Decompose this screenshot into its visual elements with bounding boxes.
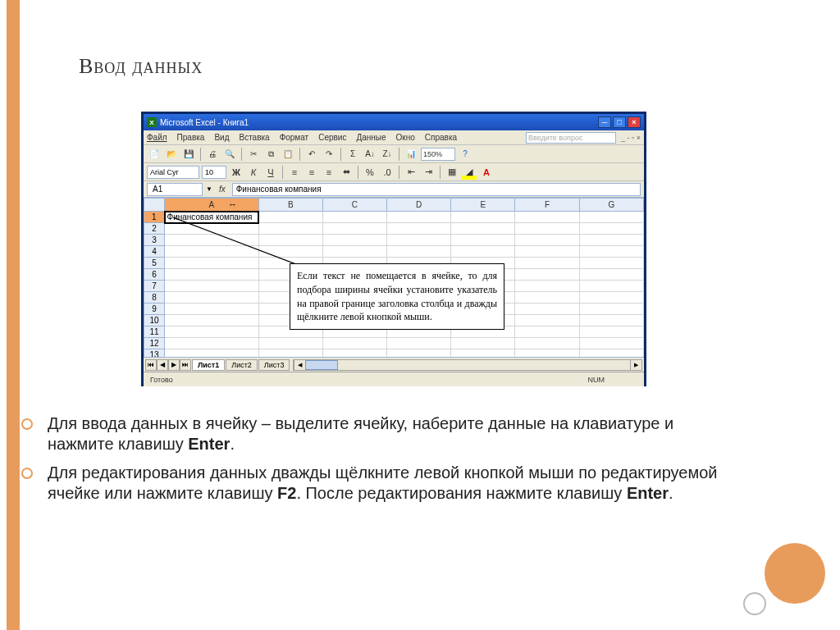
redo-icon[interactable]: ↷ [322,147,336,162]
slide-decoration-circle [765,543,825,604]
help-search-input[interactable]: Введите вопрос [526,132,616,144]
merge-icon[interactable]: ⬌ [339,165,354,180]
open-icon[interactable]: 📂 [164,147,179,162]
formula-bar: A1 ▼ fx Финансовая компания [144,181,644,198]
row-header-2[interactable]: 2 [144,223,165,235]
sheet-tab-1[interactable]: Лист1 [192,359,225,371]
italic-button[interactable]: К [246,165,261,180]
col-header-c[interactable]: C [322,199,386,212]
menu-edit[interactable]: Правка [177,133,205,142]
excel-icon: X [147,117,157,127]
autosum-icon[interactable]: Σ [345,147,360,162]
close-button[interactable]: × [628,116,641,128]
col-header-a[interactable]: A [165,199,259,212]
tab-last-icon[interactable]: ⏭ [180,359,191,371]
bullet-item-2: Для редактирования данных дважды щёлкнит… [21,463,743,504]
row-header-12[interactable]: 12 [144,338,165,349]
currency-icon[interactable]: % [363,165,377,180]
row-header-6[interactable]: 6 [144,269,165,281]
align-left-icon[interactable]: ≡ [287,165,302,180]
status-bar: Готово NUM [144,372,644,386]
scroll-right-icon[interactable]: ▶ [630,360,641,370]
font-size-select[interactable]: 10 [202,166,226,179]
help-icon[interactable]: ? [458,147,472,162]
row-header-13[interactable]: 13 [144,349,165,358]
minimize-button[interactable]: ─ [598,116,611,128]
doc-close-controls[interactable]: _ ‑ ▫ × [621,134,641,142]
border-icon[interactable]: ▦ [445,165,459,180]
row-header-11[interactable]: 11 [144,326,165,338]
chart-icon[interactable]: 📊 [404,147,418,162]
print-icon[interactable]: 🖨 [205,147,220,162]
bullet-icon [21,468,33,479]
row-header-8[interactable]: 8 [144,292,165,304]
col-header-g[interactable]: G [579,199,643,212]
menu-bar: Файл Правка Вид Вставка Формат Сервис Да… [144,130,644,145]
copy-icon[interactable]: ⧉ [263,147,278,162]
row-header-3[interactable]: 3 [144,235,165,246]
indent-inc-icon[interactable]: ⇥ [421,165,436,180]
bullet-item-1: Для ввода данных в ячейку – выделите яче… [21,413,743,454]
menu-view[interactable]: Вид [214,133,229,142]
indent-dec-icon[interactable]: ⇤ [404,165,418,180]
align-center-icon[interactable]: ≡ [304,165,319,180]
row-header-4[interactable]: 4 [144,246,165,258]
align-right-icon[interactable]: ≡ [322,165,336,180]
row-header-5[interactable]: 5 [144,258,165,269]
row-header-10[interactable]: 10 [144,315,165,326]
titlebar: X Microsoft Excel - Книга1 ─ □ × [144,114,644,130]
col-header-b[interactable]: B [258,199,322,212]
slide-decoration-ring [743,592,766,615]
spreadsheet-grid[interactable]: A B C D E F G 1Финансовая компания 2 3 4… [144,198,644,357]
sort-asc-icon[interactable]: A↓ [363,147,377,162]
col-header-d[interactable]: D [387,199,451,212]
dropdown-icon[interactable]: ▼ [206,185,212,193]
horizontal-scrollbar[interactable]: ◀ ▶ [293,359,642,371]
font-color-icon[interactable]: A [479,165,494,180]
col-header-e[interactable]: E [451,199,515,212]
maximize-button[interactable]: □ [613,116,626,128]
menu-format[interactable]: Формат [280,133,309,142]
menu-insert[interactable]: Вставка [239,133,269,142]
bullet-icon [21,418,33,430]
fx-label[interactable]: fx [219,185,226,194]
tab-prev-icon[interactable]: ◀ [157,359,168,371]
standard-toolbar: 📄 📂 💾 🖨 🔍 ✂ ⧉ 📋 ↶ ↷ Σ A↓ Z↓ 📊 150% ? [144,145,644,163]
underline-button[interactable]: Ч [263,165,278,180]
formula-input[interactable]: Финансовая компания [232,183,641,196]
undo-icon[interactable]: ↶ [304,147,319,162]
paste-icon[interactable]: 📋 [281,147,295,162]
menu-window[interactable]: Окно [396,133,415,142]
scroll-left-icon[interactable]: ◀ [294,360,305,370]
menu-tools[interactable]: Сервис [318,133,346,142]
name-box[interactable]: A1 [147,183,203,196]
tab-next-icon[interactable]: ▶ [168,359,180,371]
col-header-f[interactable]: F [515,199,579,212]
scroll-thumb[interactable] [305,360,338,370]
menu-help[interactable]: Справка [425,133,457,142]
row-header-9[interactable]: 9 [144,304,165,315]
sort-desc-icon[interactable]: Z↓ [380,147,395,162]
fill-color-icon[interactable]: ◢ [462,165,477,180]
row-header-1[interactable]: 1 [144,212,165,223]
sheet-tab-3[interactable]: Лист3 [258,359,290,371]
select-all-corner[interactable] [144,199,165,212]
new-icon[interactable]: 📄 [147,147,162,162]
cut-icon[interactable]: ✂ [246,147,261,162]
menu-data[interactable]: Данные [356,133,386,142]
font-name-select[interactable]: Arial Cyr [147,166,199,179]
excel-window: X Microsoft Excel - Книга1 ─ □ × Файл Пр… [141,112,646,386]
zoom-level[interactable]: 150% [421,148,455,161]
menu-file[interactable]: Файл [147,133,167,142]
bullet-list: Для ввода данных в ячейку – выделите яче… [21,413,743,512]
decimal-inc-icon[interactable]: .0 [380,165,395,180]
cell-a1[interactable]: Финансовая компания [165,212,259,223]
row-header-7[interactable]: 7 [144,281,165,292]
tab-first-icon[interactable]: ⏮ [145,359,157,371]
format-toolbar: Arial Cyr 10 Ж К Ч ≡ ≡ ≡ ⬌ % .0 ⇤ ⇥ ▦ ◢ … [144,163,644,181]
save-icon[interactable]: 💾 [181,147,196,162]
bold-button[interactable]: Ж [229,165,244,180]
sheet-tab-2[interactable]: Лист2 [226,359,258,371]
window-title: Microsoft Excel - Книга1 [160,118,598,127]
preview-icon[interactable]: 🔍 [222,147,237,162]
